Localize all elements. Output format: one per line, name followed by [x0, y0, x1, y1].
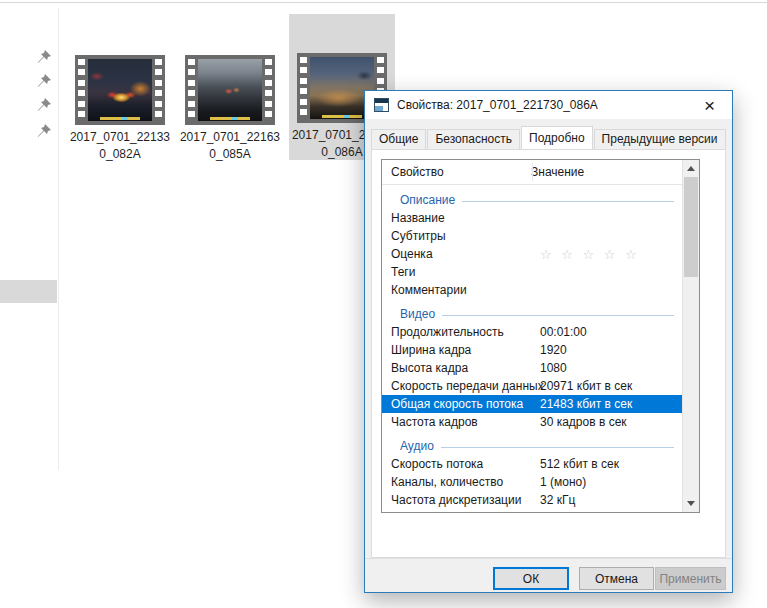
- apply-button[interactable]: Применить: [655, 567, 726, 590]
- scrollbar[interactable]: [682, 160, 699, 512]
- property-value: 32 кГц: [540, 493, 682, 507]
- pin-icon[interactable]: [36, 73, 52, 89]
- section-header: Аудио: [382, 431, 682, 455]
- file-name-line2: 0_085A: [178, 146, 282, 163]
- dialog-title: Свойства: 2017_0701_221730_086A: [397, 98, 598, 112]
- property-row[interactable]: Субтитры: [382, 227, 682, 245]
- filmstrip-sprockets: [75, 55, 88, 125]
- property-name: Ширина кадра: [391, 343, 540, 357]
- property-row[interactable]: Оценка ☆ ☆ ☆ ☆ ☆: [382, 245, 682, 263]
- tab-security[interactable]: Безопасность: [427, 129, 520, 149]
- section-label: Описание: [400, 193, 455, 207]
- property-name: Субтитры: [391, 229, 540, 243]
- file-name-line1: 2017_0701_22163: [178, 129, 282, 146]
- close-icon[interactable]: ×: [687, 91, 732, 119]
- toolbar-divider: [0, 2, 767, 3]
- tab-previous-versions[interactable]: Предыдущие версии: [594, 129, 726, 149]
- property-name: Оценка: [391, 247, 540, 261]
- cancel-button[interactable]: Отмена: [579, 567, 654, 590]
- timestamp-overlay: [210, 117, 251, 120]
- video-file-tile[interactable]: 2017_0701_22133 0_082A: [68, 55, 172, 163]
- property-row[interactable]: Комментарии: [382, 281, 682, 299]
- pin-icon[interactable]: [36, 49, 52, 65]
- section-rule: [462, 201, 674, 202]
- scrollbar-up-icon[interactable]: [683, 160, 699, 177]
- property-row[interactable]: Частота дискретизации 32 кГц: [382, 491, 682, 509]
- property-name: Продолжительность: [391, 325, 540, 339]
- property-value: 1920: [540, 343, 682, 357]
- property-row-selected[interactable]: Общая скорость потока 21483 кбит в сек: [382, 395, 682, 413]
- section-label: Видео: [400, 307, 435, 321]
- tab-strip: Общие Безопасность Подробно Предыдущие в…: [371, 129, 727, 149]
- properties-list-body: Свойство Значение Описание Название Субт…: [382, 160, 682, 512]
- column-header-property[interactable]: Свойство: [382, 165, 531, 179]
- property-name: Общая скорость потока: [391, 397, 540, 411]
- tab-details[interactable]: Подробно: [521, 126, 593, 149]
- dialog-titlebar: Свойства: 2017_0701_221730_086A ×: [365, 91, 732, 119]
- property-row[interactable]: Высота кадра 1080: [382, 359, 682, 377]
- column-divider: [532, 163, 533, 181]
- property-name: Каналы, количество: [391, 475, 540, 489]
- property-value: 20971 кбит в сек: [540, 379, 682, 393]
- nav-pane-hover-item[interactable]: [0, 280, 57, 303]
- dialog-footer: ОК Отмена Применить: [365, 558, 732, 592]
- property-value: 1 (моно): [540, 475, 682, 489]
- file-name-label: 2017_0701_22163 0_085A: [178, 129, 282, 163]
- scrollbar-down-icon[interactable]: [683, 495, 699, 512]
- property-name: Скорость потока: [391, 457, 540, 471]
- video-thumbnail-image: [198, 59, 262, 121]
- property-value: 00:01:00: [540, 325, 682, 339]
- section-label: Аудио: [400, 439, 434, 453]
- property-name: Частота дискретизации: [391, 493, 540, 507]
- property-value: 512 кбит в сек: [540, 457, 682, 471]
- property-row[interactable]: Скорость передачи данных 20971 кбит в се…: [382, 377, 682, 395]
- property-row[interactable]: Каналы, количество 1 (моно): [382, 473, 682, 491]
- pin-icon[interactable]: [36, 123, 52, 139]
- filmstrip-sprockets: [262, 55, 275, 125]
- ok-button[interactable]: ОК: [493, 567, 569, 590]
- file-name-label: 2017_0701_22133 0_082A: [68, 129, 172, 163]
- property-name: Комментарии: [391, 283, 540, 297]
- section-header: Описание: [382, 185, 682, 209]
- file-name-line1: 2017_0701_22133: [68, 129, 172, 146]
- tab-general[interactable]: Общие: [371, 129, 426, 149]
- property-row[interactable]: Ширина кадра 1920: [382, 341, 682, 359]
- properties-dialog: Свойства: 2017_0701_221730_086A × Общие …: [364, 90, 733, 593]
- filmstrip-thumbnail: [185, 55, 275, 125]
- filmstrip-sprockets: [297, 53, 310, 123]
- property-value: 21483 кбит в сек: [540, 397, 682, 411]
- properties-icon: [374, 98, 389, 112]
- section-header: Видео: [382, 299, 682, 323]
- filmstrip-sprockets: [185, 55, 198, 125]
- property-row[interactable]: Скорость потока 512 кбит в сек: [382, 455, 682, 473]
- property-name: Высота кадра: [391, 361, 540, 375]
- property-name: Теги: [391, 265, 540, 279]
- section-rule: [441, 447, 674, 448]
- property-row[interactable]: Частота кадров 30 кадров в сек: [382, 413, 682, 431]
- list-header: Свойство Значение: [382, 160, 682, 185]
- pin-icon[interactable]: [36, 97, 52, 113]
- filmstrip-sprockets: [152, 55, 165, 125]
- column-header-value[interactable]: Значение: [531, 165, 584, 179]
- filmstrip-thumbnail: [75, 55, 165, 125]
- scrollbar-thumb[interactable]: [684, 177, 698, 277]
- file-name-line2: 0_082A: [68, 146, 172, 163]
- timestamp-overlay: [322, 115, 363, 118]
- property-value: 1080: [540, 361, 682, 375]
- properties-list: Свойство Значение Описание Название Субт…: [381, 159, 700, 513]
- property-row[interactable]: Продолжительность 00:01:00: [382, 323, 682, 341]
- video-thumbnail-image: [88, 59, 152, 121]
- rating-stars-icon[interactable]: ☆ ☆ ☆ ☆ ☆: [540, 247, 682, 262]
- property-value: 30 кадров в сек: [540, 415, 682, 429]
- section-rule: [442, 315, 674, 316]
- property-name: Название: [391, 211, 540, 225]
- property-name: Частота кадров: [391, 415, 540, 429]
- video-file-tile[interactable]: 2017_0701_22163 0_085A: [178, 55, 282, 163]
- property-row[interactable]: Теги: [382, 263, 682, 281]
- property-row[interactable]: Название: [382, 209, 682, 227]
- nav-pane-divider: [58, 8, 59, 470]
- property-name: Скорость передачи данных: [391, 379, 540, 393]
- timestamp-overlay: [100, 117, 141, 120]
